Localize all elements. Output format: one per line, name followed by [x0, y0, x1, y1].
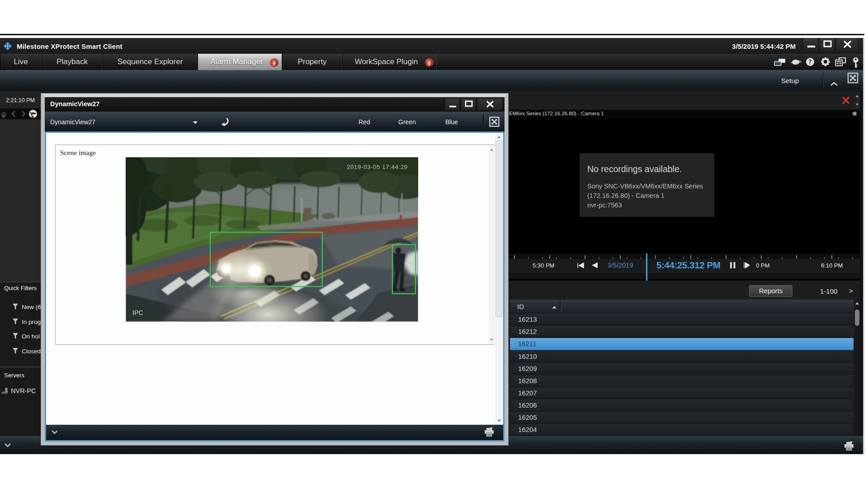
- svg-text:IPC: IPC: [132, 309, 143, 316]
- svg-text:2019-03-05 17:44:29: 2019-03-05 17:44:29: [347, 164, 408, 170]
